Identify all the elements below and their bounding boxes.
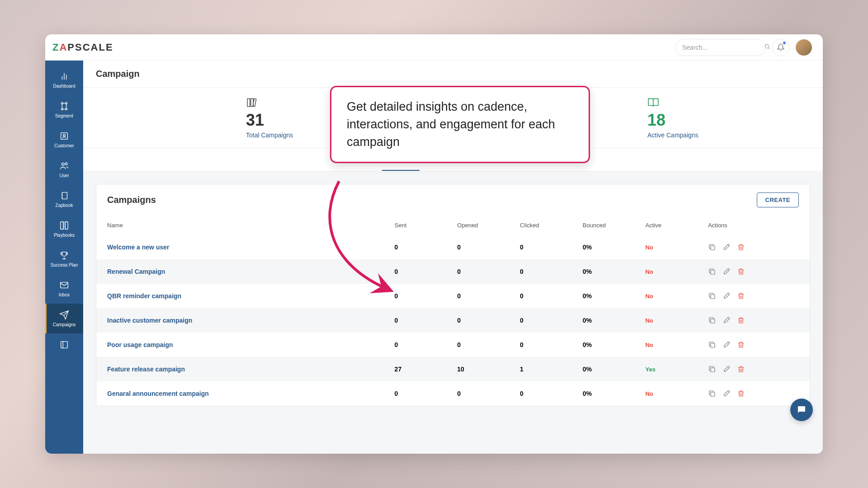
- sidebar-item-segment[interactable]: Segment: [45, 95, 83, 125]
- cell-clicked: 0: [512, 235, 575, 259]
- sidebar-item-user[interactable]: User: [45, 155, 83, 184]
- copy-icon[interactable]: [708, 365, 716, 373]
- th-name: Name: [96, 216, 387, 235]
- delete-icon[interactable]: [737, 316, 745, 324]
- campaigns-card: Campaigns CREATE Name Sent Opened Clicke…: [96, 184, 810, 406]
- svg-rect-15: [711, 270, 715, 274]
- table-row: Welcome a new user0000%No: [96, 235, 810, 259]
- user-avatar[interactable]: [796, 39, 812, 56]
- edit-icon[interactable]: [722, 365, 731, 373]
- svg-rect-14: [711, 246, 715, 250]
- search-input-wrapper[interactable]: [675, 39, 766, 56]
- th-bounced: Bounced: [575, 216, 637, 235]
- campaign-name-link[interactable]: Inactive customer campaign: [107, 317, 192, 324]
- cell-clicked: 0: [512, 284, 575, 308]
- delete-icon[interactable]: [737, 292, 745, 300]
- sidebar-item-label: Customer: [54, 143, 74, 148]
- th-active: Active: [637, 216, 700, 235]
- svg-point-8: [65, 163, 67, 165]
- cell-active: No: [637, 381, 700, 406]
- sidebar: Dashboard Segment Customer User Zapbook …: [45, 61, 83, 454]
- campaign-name-link[interactable]: Renewal Campaign: [107, 268, 165, 275]
- notifications-button[interactable]: [772, 39, 789, 56]
- sidebar-item-campaigns[interactable]: Campaigns: [45, 304, 83, 333]
- svg-rect-17: [711, 319, 715, 323]
- cell-active: Yes: [637, 357, 700, 381]
- books-icon: [246, 97, 258, 110]
- copy-icon[interactable]: [708, 341, 716, 349]
- edit-icon[interactable]: [722, 389, 731, 398]
- cell-sent: 0: [387, 259, 449, 284]
- cell-clicked: 0: [512, 308, 575, 333]
- svg-point-3: [61, 108, 63, 110]
- edit-icon[interactable]: [722, 243, 731, 251]
- table-row: Inactive customer campaign0000%No: [96, 308, 810, 333]
- sidebar-item-customer[interactable]: Customer: [45, 125, 83, 155]
- campaign-name-link[interactable]: Poor usage campaign: [107, 341, 173, 348]
- cell-bounced: 0%: [575, 333, 637, 357]
- cell-bounced: 0%: [575, 259, 637, 284]
- delete-icon[interactable]: [737, 243, 745, 251]
- cell-bounced: 0%: [575, 284, 637, 308]
- campaign-name-link[interactable]: QBR reminder campaign: [107, 292, 181, 300]
- sidebar-item-label: Inbox: [59, 292, 70, 297]
- cell-sent: 0: [387, 333, 449, 357]
- create-button[interactable]: CREATE: [757, 192, 799, 207]
- cell-clicked: 0: [512, 259, 575, 284]
- chat-fab-button[interactable]: [790, 399, 813, 421]
- cell-sent: 0: [387, 381, 449, 406]
- sidebar-item-success-plan[interactable]: Success Plan: [45, 244, 83, 274]
- stat-label: Active Campaigns: [647, 131, 698, 139]
- copy-icon[interactable]: [708, 316, 716, 324]
- cell-sent: 0: [387, 284, 449, 308]
- copy-icon[interactable]: [708, 267, 716, 276]
- cell-sent: 0: [387, 235, 449, 259]
- delete-icon[interactable]: [737, 389, 745, 398]
- table-row: Feature release campaign271010%Yes: [96, 357, 810, 381]
- stat-value: 18: [647, 110, 665, 130]
- cell-active: No: [637, 235, 700, 259]
- sidebar-item-label: Success Plan: [51, 263, 78, 267]
- edit-icon[interactable]: [722, 292, 731, 300]
- search-icon: [764, 43, 770, 51]
- table-row: Genaral announcement campaign0000%No: [96, 381, 810, 406]
- delete-icon[interactable]: [737, 267, 745, 276]
- sidebar-item-inbox[interactable]: Inbox: [45, 274, 83, 304]
- sidebar-item-label: Zapbook: [56, 203, 73, 208]
- sidebar-item-extra[interactable]: [45, 333, 83, 358]
- copy-icon[interactable]: [708, 243, 716, 251]
- notification-dot-icon: [783, 41, 786, 45]
- cell-sent: 0: [387, 308, 449, 333]
- edit-icon[interactable]: [722, 267, 731, 276]
- cell-sent: 27: [387, 357, 449, 381]
- copy-icon[interactable]: [708, 292, 716, 300]
- callout-tooltip: Get detailed insights on cadence, intera…: [330, 86, 590, 163]
- page-header: Campaign: [83, 61, 823, 88]
- cell-opened: 0: [449, 381, 512, 406]
- delete-icon[interactable]: [737, 341, 745, 349]
- svg-rect-18: [711, 343, 715, 347]
- search-input[interactable]: [682, 44, 761, 51]
- campaign-name-link[interactable]: Feature release campaign: [107, 366, 185, 373]
- copy-icon[interactable]: [708, 389, 716, 398]
- campaign-name-link[interactable]: Welcome a new user: [107, 244, 169, 251]
- sidebar-item-playbooks[interactable]: Playbooks: [45, 214, 83, 244]
- svg-rect-9: [62, 192, 67, 199]
- edit-icon[interactable]: [722, 341, 731, 349]
- th-actions: Actions: [700, 216, 810, 235]
- campaign-name-link[interactable]: Genaral announcement campaign: [107, 390, 209, 397]
- cell-opened: 0: [449, 259, 512, 284]
- sidebar-item-label: Dashboard: [53, 84, 75, 89]
- cell-clicked: 0: [512, 333, 575, 357]
- cell-bounced: 0%: [575, 381, 637, 406]
- svg-point-6: [63, 134, 66, 136]
- edit-icon[interactable]: [722, 316, 731, 324]
- sidebar-item-zapbook[interactable]: Zapbook: [45, 184, 83, 214]
- sidebar-item-dashboard[interactable]: Dashboard: [45, 65, 83, 95]
- cell-bounced: 0%: [575, 235, 637, 259]
- cell-opened: 0: [449, 235, 512, 259]
- delete-icon[interactable]: [737, 365, 745, 373]
- svg-point-7: [62, 163, 65, 166]
- sidebar-item-label: User: [59, 173, 69, 178]
- cell-active: No: [637, 308, 700, 333]
